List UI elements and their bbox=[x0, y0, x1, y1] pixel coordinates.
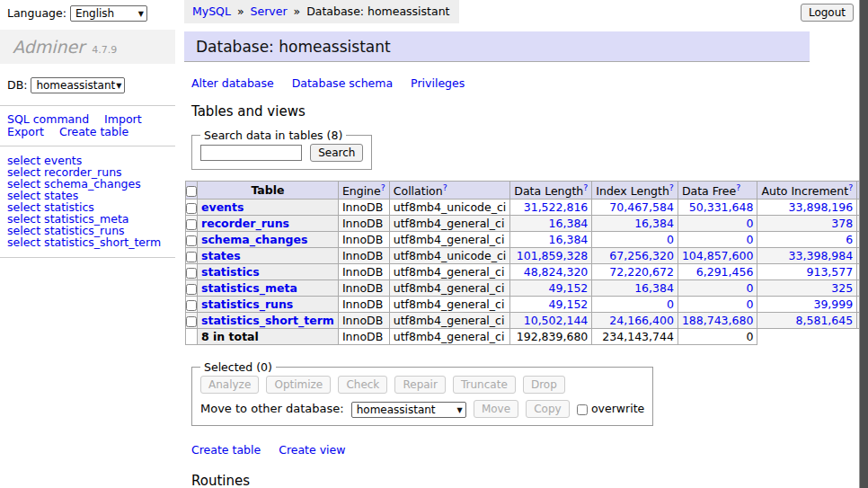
table-link-statistics_runs[interactable]: statistics_runs bbox=[201, 297, 293, 311]
auto-increment-link[interactable]: 8,581,645 bbox=[796, 314, 854, 327]
table-link-statistics[interactable]: statistics bbox=[201, 265, 260, 279]
index-length-link[interactable]: 72,220,672 bbox=[609, 265, 674, 279]
row-checkbox[interactable] bbox=[186, 300, 197, 311]
breadcrumb-link-mysql[interactable]: MySQL bbox=[192, 4, 231, 18]
total-row: 8 in totalInnoDButf8mb4_general_ci192,83… bbox=[186, 329, 868, 345]
table-row: statisticsInnoDButf8mb4_general_ci48,824… bbox=[186, 264, 868, 280]
overwrite-checkbox[interactable] bbox=[577, 404, 588, 415]
data-free-link[interactable]: 188,743,680 bbox=[682, 314, 754, 327]
engine-cell: InnoDB bbox=[338, 297, 389, 313]
auto-increment-link[interactable]: 33,398,984 bbox=[789, 249, 854, 262]
row-checkbox[interactable] bbox=[186, 235, 197, 246]
auto-increment-link[interactable]: 378 bbox=[831, 217, 853, 230]
auto-increment-link[interactable]: 39,999 bbox=[813, 297, 853, 311]
table-link-recorder_runs[interactable]: recorder_runs bbox=[201, 217, 289, 230]
row-checkbox[interactable] bbox=[186, 268, 197, 279]
copy-button[interactable]: Copy bbox=[526, 400, 569, 418]
link-database-schema[interactable]: Database schema bbox=[292, 76, 393, 90]
table-row: statistics_runsInnoDButf8mb4_general_ci4… bbox=[186, 297, 868, 313]
auto-increment-link[interactable]: 6 bbox=[846, 233, 853, 246]
optimize-button[interactable]: Optimize bbox=[266, 376, 331, 394]
move-button[interactable]: Move bbox=[474, 400, 518, 418]
adminer-logo[interactable]: Adminer bbox=[13, 37, 84, 57]
drop-button[interactable]: Drop bbox=[523, 376, 565, 394]
column-help-link[interactable]: ? bbox=[443, 182, 447, 192]
data-free-link[interactable]: 0 bbox=[746, 217, 753, 230]
auto-increment-link[interactable]: 33,898,196 bbox=[789, 200, 854, 214]
data-free-link[interactable]: 0 bbox=[746, 233, 753, 246]
table-link-statistics_meta[interactable]: statistics_meta bbox=[201, 281, 297, 295]
index-length-link[interactable]: 67,256,320 bbox=[609, 249, 674, 262]
create-view-link[interactable]: Create view bbox=[279, 443, 345, 457]
data-length-link[interactable]: 49,152 bbox=[549, 281, 589, 295]
vertical-scrollbar[interactable] bbox=[859, 0, 868, 488]
engine-cell: InnoDB bbox=[338, 264, 389, 280]
table-link-schema_changes[interactable]: schema_changes bbox=[201, 233, 307, 246]
column-help-link[interactable]: ? bbox=[736, 182, 740, 192]
column-help-link[interactable]: ? bbox=[583, 182, 588, 192]
row-checkbox[interactable] bbox=[186, 284, 197, 295]
table-link-events[interactable]: events bbox=[201, 200, 244, 214]
select-all-checkbox[interactable] bbox=[186, 186, 197, 197]
logout-button[interactable]: Logout bbox=[801, 4, 854, 22]
link-privileges[interactable]: Privileges bbox=[411, 76, 465, 90]
adminer-version[interactable]: 4.7.9 bbox=[92, 44, 117, 56]
data-free-cell: 0 bbox=[678, 232, 757, 248]
column-help-link[interactable]: ? bbox=[848, 182, 853, 192]
index-length-link[interactable]: 0 bbox=[667, 233, 674, 246]
data-length-cell: 10,502,144 bbox=[510, 313, 592, 329]
row-checkbox[interactable] bbox=[186, 219, 197, 230]
data-length-link[interactable]: 16,384 bbox=[549, 233, 589, 246]
table-link-statistics_short_term[interactable]: statistics_short_term bbox=[201, 314, 334, 327]
index-length-link[interactable]: 24,166,400 bbox=[609, 314, 674, 327]
analyze-button[interactable]: Analyze bbox=[200, 376, 259, 394]
truncate-button[interactable]: Truncate bbox=[453, 376, 516, 394]
search-input[interactable] bbox=[200, 145, 302, 161]
data-length-link[interactable]: 101,859,328 bbox=[517, 249, 589, 262]
repair-button[interactable]: Repair bbox=[394, 376, 445, 394]
link-alter-database[interactable]: Alter database bbox=[191, 76, 274, 90]
auto-increment-link[interactable]: 325 bbox=[831, 281, 853, 295]
search-button[interactable]: Search bbox=[310, 144, 363, 162]
data-length-link[interactable]: 49,152 bbox=[549, 297, 589, 311]
index-length-link[interactable]: 16,384 bbox=[634, 281, 674, 295]
breadcrumb-link-server[interactable]: Server bbox=[251, 4, 288, 18]
move-db-select[interactable]: homeassistant ▼ bbox=[351, 402, 466, 418]
data-free-link[interactable]: 50,331,648 bbox=[689, 200, 754, 214]
auto-increment-link[interactable]: 913,577 bbox=[806, 265, 853, 279]
index-length-link[interactable]: 70,467,584 bbox=[609, 200, 674, 214]
sidebar-select-statistics_short_term[interactable]: select statistics_short_term bbox=[7, 236, 175, 248]
sidebar-action-create-table[interactable]: Create table bbox=[59, 125, 128, 138]
column-help-link[interactable]: ? bbox=[381, 182, 385, 192]
row-checkbox[interactable] bbox=[186, 252, 197, 262]
data-length-link[interactable]: 31,522,816 bbox=[524, 200, 589, 214]
table-link-states[interactable]: states bbox=[201, 249, 241, 262]
column-help-link[interactable]: ? bbox=[669, 182, 674, 192]
table-row: eventsInnoDButf8mb4_unicode_ci31,522,816… bbox=[186, 200, 868, 216]
create-table-link[interactable]: Create table bbox=[191, 443, 261, 457]
data-length-link[interactable]: 16,384 bbox=[549, 217, 589, 230]
tables-table: TableEngine?Collation?Data Length?Index … bbox=[185, 181, 868, 345]
table-name-cell: statistics_meta bbox=[198, 280, 339, 297]
sidebar-action-sql-command[interactable]: SQL command bbox=[7, 112, 89, 126]
total-index-length: 234,143,744 bbox=[592, 329, 678, 345]
index-length-cell: 24,166,400 bbox=[592, 313, 678, 329]
breadcrumb: MySQL » Server » Database: homeassistant bbox=[184, 0, 459, 23]
sidebar-action-import[interactable]: Import bbox=[104, 112, 142, 126]
row-checkbox[interactable] bbox=[186, 203, 197, 214]
sidebar-action-export[interactable]: Export bbox=[7, 125, 44, 138]
row-checkbox[interactable] bbox=[186, 316, 197, 327]
language-select[interactable]: English ▼ bbox=[70, 5, 147, 22]
check-button[interactable]: Check bbox=[338, 376, 387, 394]
index-length-link[interactable]: 16,384 bbox=[634, 217, 674, 230]
data-length-link[interactable]: 48,824,320 bbox=[524, 265, 589, 279]
data-free-link[interactable]: 0 bbox=[746, 281, 753, 295]
data-free-link[interactable]: 104,857,600 bbox=[682, 249, 754, 262]
table-name-cell: statistics_short_term bbox=[198, 313, 339, 329]
data-free-link[interactable]: 6,291,456 bbox=[696, 265, 754, 279]
data-length-link[interactable]: 10,502,144 bbox=[524, 314, 589, 327]
auto-increment-cell: 378 bbox=[757, 216, 857, 232]
data-free-link[interactable]: 0 bbox=[746, 297, 753, 311]
index-length-link[interactable]: 0 bbox=[667, 297, 674, 311]
db-select[interactable]: homeassistant ▼ bbox=[31, 77, 125, 93]
